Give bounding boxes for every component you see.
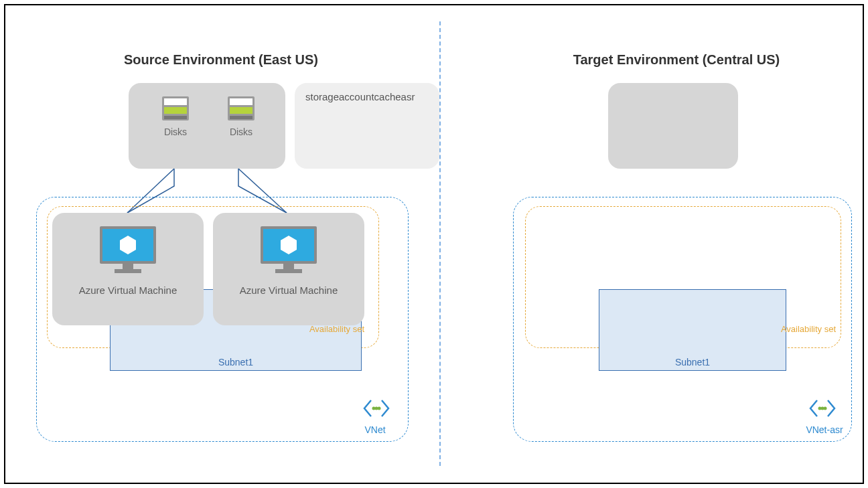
disk-label: Disks: [214, 127, 268, 137]
svg-rect-7: [230, 116, 252, 119]
disk-item: Disks: [149, 95, 202, 137]
vm-icon: [94, 224, 161, 277]
disk-icon: [225, 95, 257, 122]
source-disks-container: Disks Disks: [129, 83, 285, 169]
disk-icon: [159, 95, 192, 122]
svg-rect-5: [230, 98, 252, 105]
availability-set-label: Availability set: [780, 324, 837, 335]
vm-label: Azure Virtual Machine: [213, 284, 364, 296]
vm-label: Azure Virtual Machine: [52, 284, 204, 296]
svg-point-26: [824, 407, 827, 410]
vm-icon: [255, 224, 322, 277]
storage-account-label: storageaccountcacheasr: [305, 91, 415, 102]
disk-item: Disks: [214, 95, 268, 137]
svg-rect-15: [115, 269, 141, 273]
center-divider: [439, 21, 441, 466]
svg-rect-3: [164, 116, 187, 119]
target-placeholder-box: [608, 83, 738, 169]
svg-rect-19: [283, 264, 294, 269]
svg-rect-6: [230, 107, 252, 114]
disk-label: Disks: [149, 127, 202, 137]
svg-point-23: [378, 407, 381, 410]
source-vm-box: Azure Virtual Machine: [52, 213, 204, 325]
vnet-label: VNet: [355, 424, 395, 435]
vnet-icon: [808, 398, 837, 419]
source-env-title: Source Environment (East US): [40, 52, 402, 68]
subnet-label: Subnet1: [675, 357, 710, 368]
svg-rect-20: [275, 269, 302, 273]
vnet-label: VNet-asr: [800, 424, 849, 435]
target-env-title: Target Environment (Central US): [496, 52, 857, 68]
availability-set-label: Availability set: [308, 324, 366, 335]
vnet-icon: [362, 398, 391, 419]
svg-rect-1: [164, 98, 187, 105]
subnet-label: Subnet1: [218, 357, 253, 368]
source-vm-box: Azure Virtual Machine: [213, 213, 364, 325]
target-subnet-box: Subnet1: [599, 289, 786, 371]
svg-rect-14: [123, 264, 133, 269]
storage-account-box: storageaccountcacheasr: [295, 83, 439, 169]
svg-rect-2: [164, 107, 187, 114]
